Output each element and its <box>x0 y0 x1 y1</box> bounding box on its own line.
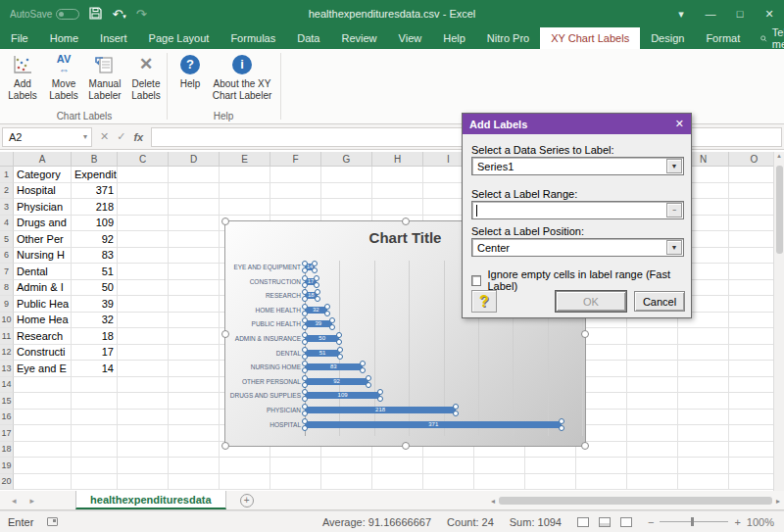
cell-B1[interactable]: Expenditures <box>72 167 118 183</box>
ribbon-tab-data[interactable]: Data <box>286 27 330 49</box>
cell-N16[interactable] <box>678 410 729 426</box>
column-header-C[interactable]: C <box>118 152 169 167</box>
cell-B11[interactable]: 18 <box>72 328 118 345</box>
row-header-14[interactable]: 14 <box>0 377 14 394</box>
cell-C6[interactable] <box>118 248 169 265</box>
cell-C10[interactable] <box>118 313 169 329</box>
column-header-A[interactable]: A <box>14 152 72 167</box>
cell-H19[interactable] <box>372 458 423 474</box>
column-header-B[interactable]: B <box>72 152 118 167</box>
category-axis-label[interactable]: OTHER PERSONAL <box>225 379 301 386</box>
confirm-entry-icon[interactable]: ✓ <box>117 130 125 143</box>
cell-O18[interactable] <box>729 442 773 459</box>
cell-M15[interactable] <box>627 393 678 410</box>
cell-C18[interactable] <box>118 442 169 459</box>
category-axis-label[interactable]: DENTAL <box>225 351 301 358</box>
cell-O14[interactable] <box>729 377 773 394</box>
cell-N12[interactable] <box>678 345 729 362</box>
horizontal-scrollbar[interactable]: ◂ ▸ <box>491 494 780 508</box>
cell-E3[interactable] <box>220 199 270 216</box>
cell-O1[interactable] <box>729 167 773 183</box>
category-axis-label[interactable]: PUBLIC HEALTH <box>225 321 301 328</box>
cell-B16[interactable] <box>72 410 118 426</box>
cell-G19[interactable] <box>321 458 372 474</box>
cell-A16[interactable] <box>14 410 72 426</box>
zoom-slider[interactable] <box>660 521 728 522</box>
cell-B12[interactable]: 17 <box>72 345 118 362</box>
cell-D11[interactable] <box>169 328 220 345</box>
cell-D19[interactable] <box>169 458 220 474</box>
cell-O12[interactable] <box>729 345 773 362</box>
cell-C5[interactable] <box>118 231 169 248</box>
ok-button[interactable]: OK <box>556 291 626 312</box>
cell-C13[interactable] <box>118 361 169 377</box>
cell-N18[interactable] <box>678 442 729 459</box>
cell-A10[interactable]: Home Hea <box>14 313 72 329</box>
dialog-title-bar[interactable]: Add Labels ✕ <box>463 114 691 134</box>
autosave-toggle[interactable]: AutoSave <box>10 9 79 20</box>
select-all-corner[interactable] <box>0 152 14 167</box>
zoom-out-icon[interactable]: − <box>648 516 654 528</box>
data-label[interactable]: 39 <box>305 320 332 327</box>
scroll-right-icon[interactable]: ▸ <box>776 497 780 506</box>
cell-F1[interactable] <box>270 167 321 183</box>
cell-N15[interactable] <box>678 393 729 410</box>
cell-F20[interactable] <box>270 474 321 491</box>
cell-C14[interactable] <box>118 377 169 394</box>
cell-C12[interactable] <box>118 345 169 362</box>
cell-M13[interactable] <box>627 361 678 377</box>
row-header-18[interactable]: 18 <box>0 442 14 459</box>
ribbon-tab-file[interactable]: File <box>0 27 39 49</box>
data-label[interactable]: 92 <box>305 378 368 385</box>
column-header-G[interactable]: G <box>321 152 372 167</box>
ribbon-display-options-icon[interactable]: ▾ <box>666 0 696 27</box>
undo-dropdown-icon[interactable]: ▾ <box>122 13 126 20</box>
cell-A19[interactable] <box>14 458 72 474</box>
range-collapse-icon[interactable]: − <box>666 203 682 218</box>
cell-O7[interactable] <box>729 264 773 280</box>
save-icon[interactable] <box>89 7 102 22</box>
scroll-left-icon[interactable]: ◂ <box>491 497 495 506</box>
close-icon[interactable]: ✕ <box>755 0 784 27</box>
cell-D10[interactable] <box>169 313 220 329</box>
cell-A15[interactable] <box>14 393 72 410</box>
data-label[interactable]: 371 <box>305 421 562 428</box>
ribbon-tab-nitro-pro[interactable]: Nitro Pro <box>476 27 540 49</box>
about-xy-chart-labeler-button[interactable]: i About the XY Chart Labeler <box>212 49 272 101</box>
scroll-up-icon[interactable]: ▴ <box>777 152 781 159</box>
page-layout-view-icon[interactable] <box>599 517 611 527</box>
series-dropdown-arrow-icon[interactable]: ▼ <box>666 159 682 173</box>
cell-A18[interactable] <box>14 442 72 459</box>
cell-B3[interactable]: 218 <box>72 199 118 216</box>
row-header-5[interactable]: 5 <box>0 231 14 248</box>
category-axis-label[interactable]: ADMIN & INSURANCE <box>225 336 301 343</box>
cell-O8[interactable] <box>729 280 773 297</box>
chart-resize-handle[interactable] <box>221 442 229 450</box>
cell-M14[interactable] <box>627 377 678 394</box>
cell-E2[interactable] <box>220 183 270 200</box>
chart-resize-handle[interactable] <box>221 218 229 225</box>
cell-G3[interactable] <box>321 199 372 216</box>
category-axis-label[interactable]: NURSING HOME <box>225 364 301 371</box>
cell-B13[interactable]: 14 <box>72 361 118 377</box>
cell-B17[interactable] <box>72 425 118 442</box>
cell-F3[interactable] <box>270 199 321 216</box>
ribbon-tab-home[interactable]: Home <box>39 27 89 49</box>
cell-M12[interactable] <box>627 345 678 362</box>
ribbon-tab-design[interactable]: Design <box>640 27 695 49</box>
cell-M20[interactable] <box>627 474 678 491</box>
cell-E20[interactable] <box>220 474 270 491</box>
position-dropdown[interactable]: Center ▼ <box>471 238 684 257</box>
checkbox-icon[interactable] <box>471 275 481 286</box>
cell-J20[interactable] <box>474 474 525 491</box>
cell-O13[interactable] <box>729 361 773 377</box>
cell-E19[interactable] <box>220 458 270 474</box>
cell-N11[interactable] <box>678 328 729 345</box>
redo-button[interactable]: ↷ <box>136 8 147 21</box>
cell-D8[interactable] <box>169 280 220 297</box>
cell-B20[interactable] <box>72 474 118 491</box>
cell-B5[interactable]: 92 <box>72 231 118 248</box>
cell-C11[interactable] <box>118 328 169 345</box>
cell-A5[interactable]: Other Per <box>14 231 72 248</box>
cell-H3[interactable] <box>372 199 423 216</box>
